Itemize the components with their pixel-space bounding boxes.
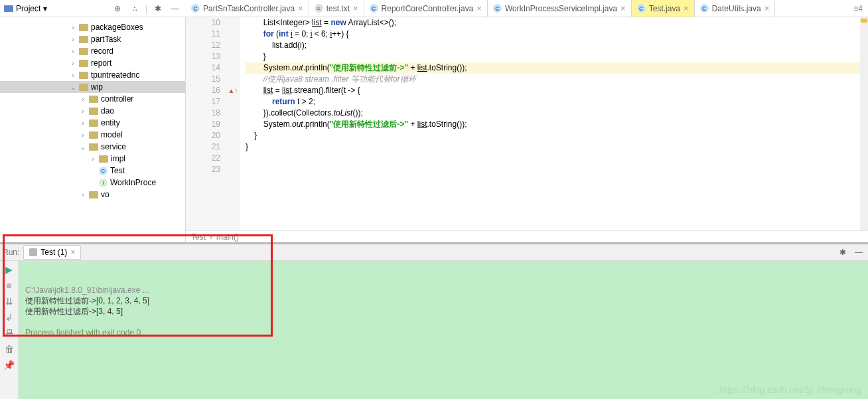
close-icon[interactable]: × (620, 3, 626, 13)
run-tab[interactable]: Test (1) × (23, 245, 81, 260)
pkg-icon (79, 24, 88, 31)
project-tree[interactable]: ›packageBoxes›partTask›record›report›tpu… (0, 17, 185, 204)
pkg-icon (99, 155, 108, 163)
watermark: https://blog.csdn.net/bj_chengrong (719, 384, 861, 395)
tab-label: ReportCoreController.java (382, 4, 474, 13)
run-label: Run: (3, 248, 19, 257)
close-icon[interactable]: × (298, 3, 303, 13)
line-gutter: 1011121314151617181920212223 (186, 17, 226, 230)
java-file-icon: C (493, 4, 502, 13)
close-icon[interactable]: × (353, 3, 358, 13)
code-area[interactable]: List<Integer> list = new ArrayList<>(); … (240, 17, 868, 230)
run-panel: Run: Test (1) × ✱ — ▶ ■ ⇊ ↲ 🖶 🗑 📌 C:\Jav… (0, 242, 868, 399)
code-editor[interactable]: 1011121314151617181920212223 ▲↑ List<Int… (186, 17, 868, 230)
tree-item[interactable]: ›tpuntreatednc (0, 69, 185, 81)
tree-item[interactable]: ⌄wip (0, 81, 185, 93)
chevron-icon[interactable]: ⌄ (70, 84, 76, 91)
stop-icon[interactable]: ■ (3, 279, 15, 291)
error-stripe[interactable] (860, 17, 868, 230)
close-icon[interactable]: × (476, 3, 482, 13)
collapse-all-icon[interactable]: ⊕ (111, 2, 124, 15)
tree-label: packageBoxes (91, 23, 143, 32)
java-file-icon: C (191, 4, 200, 13)
breadcrumb-item[interactable]: Test (191, 232, 206, 242)
run-side-toolbar: ▶ ■ ⇊ ↲ 🖶 🗑 📌 (0, 261, 19, 399)
gear-icon[interactable]: ✱ (836, 246, 849, 259)
chevron-icon[interactable]: › (80, 120, 86, 127)
wrap-icon[interactable]: ↲ (3, 311, 15, 323)
pin-icon[interactable]: 📌 (3, 359, 15, 371)
tree-item[interactable]: IWorkInProce (0, 177, 185, 189)
tree-item[interactable]: ⌄service (0, 141, 185, 153)
tab-label: DateUtils.java (712, 4, 761, 13)
tree-label: service (101, 142, 126, 151)
chevron-icon[interactable]: › (80, 191, 86, 199)
chevron-down-icon: ▾ (43, 4, 47, 13)
tree-item[interactable]: ›entity (0, 117, 185, 129)
editor-tab[interactable]: CWorkInProcessServiceImpl.java× (488, 0, 632, 17)
close-icon[interactable]: × (764, 3, 770, 13)
pkg-icon (79, 72, 88, 79)
console-output[interactable]: C:\Java\jdk1.8.0_91\bin\java.exe ...使用新特… (19, 261, 868, 399)
trash-icon[interactable]: 🗑 (3, 343, 15, 355)
tree-item[interactable]: ›impl (0, 153, 185, 165)
settings-icon[interactable]: ⛬ (128, 2, 141, 15)
tree-item[interactable]: ›record (0, 45, 185, 57)
console-line (25, 317, 861, 327)
layout-icon[interactable]: ⇊ (3, 295, 15, 307)
warning-mark[interactable] (861, 19, 867, 23)
tree-item[interactable]: ›packageBoxes (0, 21, 185, 33)
gutter-marks: ▲↑ (226, 17, 240, 230)
chevron-icon[interactable]: ⌄ (80, 143, 86, 151)
tree-item[interactable]: ›model (0, 129, 185, 141)
tab-overflow[interactable]: ≡4 (848, 4, 868, 13)
tree-item[interactable]: ›partTask (0, 33, 185, 45)
run-tab-label: Test (1) (40, 248, 67, 257)
tree-label: model (101, 130, 123, 139)
project-label: Project (16, 4, 40, 13)
chevron-icon[interactable]: › (70, 36, 76, 43)
chevron-icon[interactable]: › (70, 60, 76, 67)
editor-tab[interactable]: CDateUtils.java× (695, 0, 776, 17)
tree-item[interactable]: ›report (0, 57, 185, 69)
hide-icon[interactable]: — (169, 2, 182, 15)
console-line: Process finished with exit code 0 (25, 327, 861, 338)
gear-icon[interactable]: ✱ (151, 2, 165, 15)
chevron-icon[interactable]: › (70, 72, 76, 79)
editor-tab[interactable]: CTest.java× (632, 0, 695, 17)
breadcrumb-item[interactable]: main() (216, 232, 239, 242)
tree-item[interactable]: ›controller (0, 93, 185, 105)
tree-label: vo (101, 190, 109, 199)
chevron-icon[interactable]: › (80, 108, 86, 115)
close-icon[interactable]: × (70, 248, 75, 257)
close-icon[interactable]: × (684, 3, 689, 13)
tree-label: report (91, 58, 111, 68)
tree-label: WorkInProce (110, 178, 156, 187)
pkg-icon (79, 60, 88, 67)
tree-item[interactable]: ›dao (0, 105, 185, 117)
editor-tab[interactable]: CPartSnTaskController.java× (186, 0, 309, 17)
minimize-icon[interactable]: — (852, 246, 865, 259)
tree-label: partTask (91, 35, 121, 44)
editor-tab[interactable]: ≡test.txt× (309, 0, 364, 17)
tree-label: tpuntreatednc (91, 70, 139, 80)
topbar-left: Project ▾ ⊕ ⛬ | ✱ — (0, 2, 186, 15)
rerun-icon[interactable]: ▶ (3, 264, 15, 276)
project-selector[interactable]: Project ▾ (4, 4, 47, 13)
tree-label: dao (101, 106, 114, 116)
chevron-icon[interactable]: › (80, 96, 86, 103)
main-area: ›packageBoxes›partTask›record›report›tpu… (0, 17, 868, 242)
tree-item[interactable]: ›vo (0, 189, 185, 200)
chevron-icon[interactable]: › (70, 48, 76, 55)
tree-item[interactable]: CTest (0, 165, 185, 177)
editor-tab[interactable]: CReportCoreController.java× (364, 0, 488, 17)
pkg-icon (79, 48, 88, 55)
chevron-icon[interactable]: › (90, 155, 96, 163)
pkg-icon (79, 84, 88, 91)
chevron-icon[interactable]: › (80, 131, 86, 139)
chevron-icon[interactable]: › (70, 24, 76, 31)
tree-label: entity (101, 118, 120, 127)
print-icon[interactable]: 🖶 (3, 327, 15, 339)
tree-label: record (91, 46, 113, 56)
breadcrumb[interactable]: Test › main() (186, 230, 868, 242)
